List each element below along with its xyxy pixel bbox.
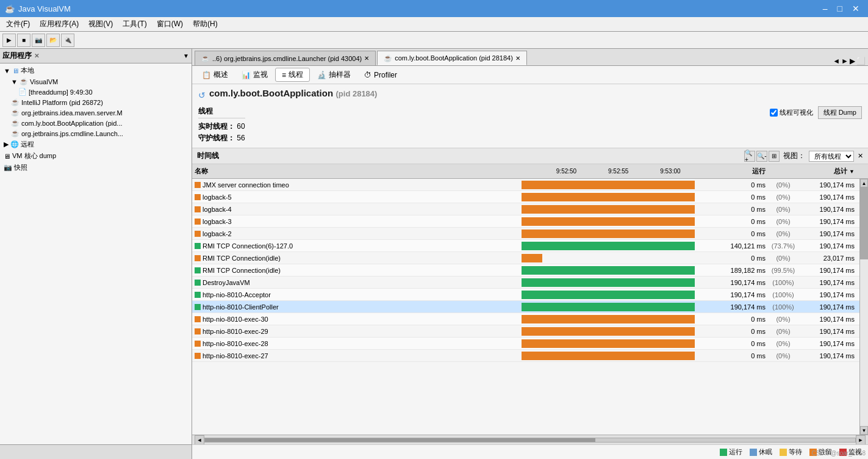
tab-scroll-right[interactable]: ▶ [850,57,855,65]
sidebar-item-bootapp[interactable]: ☕ com.ly.boot.BootApplication (pid... [1,118,190,128]
visible-checkbox[interactable] [770,109,778,117]
thread-indicator [195,341,201,347]
time-label-1: 9:52:50 [556,168,576,175]
thread-row[interactable]: RMI TCP Connection(idle) 189,182 ms (99.… [192,264,859,276]
timeline-close-button[interactable]: ✕ [858,152,863,160]
scroll-up-button[interactable]: ▲ [860,179,868,187]
col-running-header: 运行 [695,167,768,176]
fit-button[interactable]: ⊞ [769,151,780,162]
thread-row[interactable]: logback-4 0 ms (0%) 190,174 ms [192,203,859,215]
h-scroll-track [204,438,856,443]
right-scrollbar[interactable]: ▲ ▼ [859,179,868,435]
thread-pct: (0%) [768,316,798,323]
sidebar-item-local[interactable]: ▼ 🖥 本地 [1,65,190,76]
col-name-header: 名称 [192,167,522,176]
thread-row[interactable]: RMI TCP Connection(idle) 0 ms (0%) 23,01… [192,252,859,264]
sub-tab-profiler[interactable]: ⏱ Profiler [358,70,403,81]
toolbar-btn-5[interactable]: 🔌 [61,34,74,47]
tab-launcher[interactable]: ☕ ..6) org.jetbrains.jps.cmdline.Launche… [195,51,376,65]
thread-row[interactable]: http-nio-8010-Acceptor 190,174 ms (100%)… [192,289,859,301]
thread-indicator [195,292,201,298]
sidebar: 应用程序 ✕ ▼ ▼ 🖥 本地 ▼ ☕ VisualVM 📄 [threaddu… [0,49,192,459]
sidebar-item-maven[interactable]: ☕ org.jetbrains.idea.maven.server.M [1,107,190,118]
thread-row[interactable]: JMX server connection timeo 0 ms (0%) 19… [192,179,859,191]
sidebar-item-intellij[interactable]: ☕ IntelliJ Platform (pid 26872) [1,97,190,107]
thread-row[interactable]: RMI TCP Connection(6)-127.0 140,121 ms (… [192,240,859,252]
menu-window[interactable]: 窗口(W) [153,18,187,31]
sidebar-item-launcher[interactable]: ☕ org.jetbrains.jps.cmdline.Launch... [1,128,190,139]
thread-bar-container [522,291,695,299]
sidebar-item-vmdump[interactable]: 🖥 VM 核心 dump [1,150,190,162]
tab-bootapp-close[interactable]: ✕ [515,55,520,62]
menu-view[interactable]: 视图(V) [85,18,117,31]
scroll-down-button[interactable]: ▼ [860,426,868,435]
thread-stats: 实时线程： 60 守护线程： 56 [198,121,245,144]
thread-running: 189,182 ms [695,267,768,274]
tab-launcher-close[interactable]: ✕ [364,55,369,62]
thread-panel-header: ↺ com.ly.boot.BootApplication (pid 28184… [192,84,868,148]
thread-bar-container [522,254,695,262]
maximize-button[interactable]: □ [834,2,846,15]
visible-check[interactable]: 线程可视化 [770,108,813,117]
menu-tools[interactable]: 工具(T) [119,18,150,31]
sidebar-item-snapshots[interactable]: 📷 快照 [1,162,190,173]
thread-pct: (0%) [768,255,798,262]
thread-total: 190,174 ms [798,181,859,189]
thread-row[interactable]: logback-2 0 ms (0%) 190,174 ms [192,228,859,240]
section-title-threads: 线程 [198,106,245,118]
h-scroll-right[interactable]: ► [856,435,866,445]
thread-indicator [195,219,201,225]
thread-total: 23,017 ms [798,255,859,262]
thread-total: 190,174 ms [798,291,859,298]
menu-help[interactable]: 帮助(H) [189,18,221,31]
sidebar-close-icon[interactable]: ✕ [34,52,39,59]
thread-row[interactable]: DestroyJavaVM 190,174 ms (100%) 190,174 … [192,276,859,289]
tab-maximize[interactable]: ⬜ [856,57,866,65]
minimize-button[interactable]: – [819,2,831,15]
sub-tab-threads[interactable]: ≡ 线程 [275,68,310,82]
thread-pct: (0%) [768,230,798,237]
thread-row[interactable]: http-nio-8010-exec-30 0 ms (0%) 190,174 … [192,313,859,325]
thread-row[interactable]: http-nio-8010-exec-29 0 ms (0%) 190,174 … [192,325,859,338]
thread-dump-button[interactable]: 线程 Dump [818,106,862,119]
menu-apps[interactable]: 应用程序(A) [36,18,82,31]
thread-row[interactable]: http-nio-8010-exec-28 0 ms (0%) 190,174 … [192,338,859,350]
tab-bootapp-icon: ☕ [384,54,392,62]
thread-list-header: 名称 9:52:50 9:52:55 9:53:00 运行 总计 ▼ [192,164,868,179]
thread-pct: (0%) [768,193,798,201]
close-button[interactable]: ✕ [848,2,863,15]
tab-next-icon[interactable]: ► [841,57,848,65]
sidebar-item-remote[interactable]: ▶ 🌐 远程 [1,139,190,150]
sidebar-item-threaddump[interactable]: 📄 [threaddump] 9:49:30 [1,87,190,97]
thread-bar-container [522,217,695,226]
tab-bar: ☕ ..6) org.jetbrains.jps.cmdline.Launche… [192,49,868,66]
tab-bootapp[interactable]: ☕ com.ly.boot.BootApplication (pid 28184… [377,51,527,65]
toolbar-btn-4[interactable]: 📂 [46,34,60,47]
computer-icon: 🖥 [12,67,19,74]
thread-row[interactable]: http-nio-8010-ClientPoller 190,174 ms (1… [192,301,859,313]
toolbar-btn-3[interactable]: 📷 [32,34,45,47]
thread-row[interactable]: http-nio-8010-exec-27 0 ms (0%) 190,174 … [192,350,859,362]
sub-tab-monitor[interactable]: 📊 监视 [235,68,274,81]
menu-file[interactable]: 文件(F) [2,18,34,31]
thread-bar [522,339,695,348]
sub-tab-profiler-icon: ⏱ [364,71,371,79]
zoom-out-button[interactable]: 🔍- [756,151,767,162]
thread-row[interactable]: logback-5 0 ms (0%) 190,174 ms [192,191,859,203]
toolbar: ▶ ■ 📷 📂 🔌 [0,32,868,49]
sidebar-item-visualvm[interactable]: ▼ ☕ VisualVM [1,76,190,87]
thread-total: 190,174 ms [798,340,859,347]
tab-prev-icon[interactable]: ◄ [833,57,840,65]
zoom-in-button[interactable]: 🔍+ [744,151,755,162]
toolbar-btn-2[interactable]: ■ [17,34,30,47]
vmdump-icon: 🖥 [4,153,10,160]
sub-tab-sampler[interactable]: 🔬 抽样器 [311,68,357,81]
sub-tab-overview[interactable]: 📋 概述 [196,68,234,81]
toolbar-btn-1[interactable]: ▶ [2,34,16,47]
sidebar-collapse[interactable]: ▼ [183,52,189,59]
thread-bar [522,205,695,214]
time-label-3: 9:53:00 [660,168,680,175]
h-scroll-left[interactable]: ◄ [195,435,204,445]
view-select[interactable]: 所有线程 [809,151,854,162]
thread-row[interactable]: logback-3 0 ms (0%) 190,174 ms [192,215,859,228]
